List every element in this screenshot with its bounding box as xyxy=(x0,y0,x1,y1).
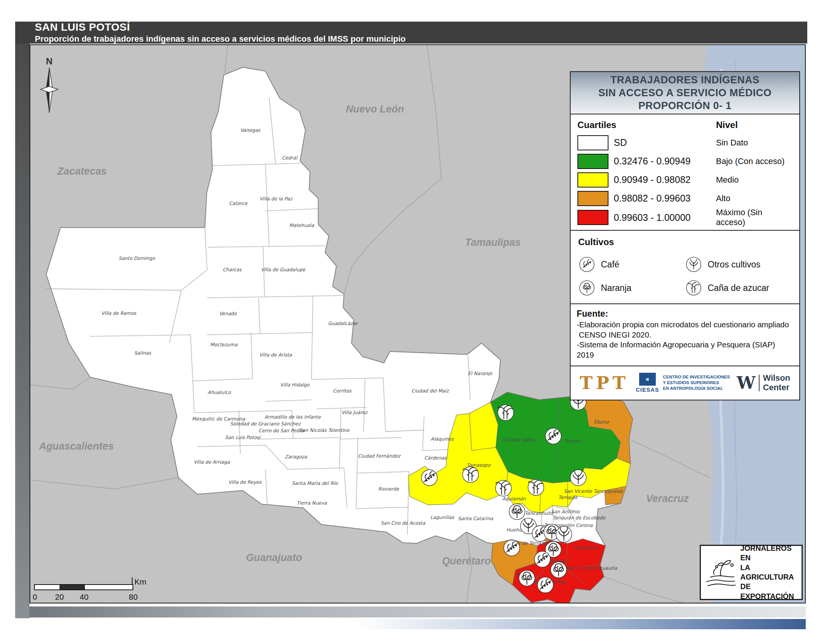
municipality-label: Santa Catarina xyxy=(458,515,493,521)
cultivo-cafe-label: Café xyxy=(601,259,619,270)
cultivo-cana-label: Caña de azucar xyxy=(708,283,769,293)
scale-segment xyxy=(60,585,84,589)
legend-level: Medio xyxy=(716,175,793,185)
municipality-label: Moctezuma xyxy=(210,342,237,348)
hidden-spacer xyxy=(614,120,716,130)
municipality-label: Ciudad Valles xyxy=(503,437,536,443)
jornaleros-line: LA AGRICULTURA xyxy=(740,563,799,582)
scale-bar-segments xyxy=(34,584,133,590)
bottom-blue-strip xyxy=(29,619,806,629)
ciesas-acronym: CIESAS xyxy=(636,386,659,393)
municipality-label: Villa de Arista xyxy=(259,352,292,357)
cultivo-cana: Caña de azucar xyxy=(685,279,792,296)
jornaleros-text: JORNALEROS EN LA AGRICULTURA DE EXPORTAC… xyxy=(740,544,799,601)
municipality-label: Tierra Nueva xyxy=(297,500,327,506)
legend-title-line3: PROPORCIÓN 0- 1 xyxy=(638,100,732,112)
municipality-label: Vanegas xyxy=(240,127,261,133)
cultivos-title: Cultivos xyxy=(578,237,792,247)
legend-swatch-sd xyxy=(577,135,608,150)
ciesas-name-line: Y ESTUDIOS SUPERIORES xyxy=(663,380,730,386)
legend-col-nivel: Nivel xyxy=(716,120,793,130)
municipality-label: San Vicente Tancuayalab xyxy=(564,488,623,494)
wilson-name-line: Wilson xyxy=(763,374,790,383)
municipality-label: Tampacán xyxy=(574,545,598,551)
state-label: Veracruz xyxy=(646,493,689,504)
legend-title: TRABAJADORES INDÍGENAS SIN ACCESO A SERV… xyxy=(570,71,800,114)
jornaleros-line: JORNALEROS EN xyxy=(740,544,799,563)
scale-tick: 20 xyxy=(55,592,64,602)
jornaleros-logo: JORNALEROS EN LA AGRICULTURA DE EXPORTAC… xyxy=(700,545,803,600)
tpt-logo: TPT xyxy=(580,373,629,393)
legend-columns: Cuartiles Nivel xyxy=(577,120,793,130)
state-label: Nuevo León xyxy=(346,103,404,115)
municipality-label: San Luis Potosí xyxy=(225,435,262,440)
wilson-center-logo: W Wilson Center xyxy=(737,374,790,392)
municipality-label: Tanlajás xyxy=(558,494,577,500)
municipality-label: Alaquines xyxy=(431,436,454,442)
crop-icon-cafe xyxy=(504,540,520,556)
municipality-label: Cerritos xyxy=(333,388,352,394)
ciesas-name: CENTRO DE INVESTIGACIONES Y ESTUDIOS SUP… xyxy=(663,374,730,391)
municipality-label: Santo Domingo xyxy=(119,255,156,261)
state-label: Tamaulipas xyxy=(465,237,521,248)
state-label: Zacatecas xyxy=(57,166,107,177)
ciesas-logo: ▦ CIESAS CENTRO DE INVESTIGACIONES Y EST… xyxy=(636,373,730,393)
crop-icon-cafe xyxy=(421,470,437,486)
left-frame-bar xyxy=(15,22,29,618)
municipality-label: Lagunillas xyxy=(430,514,454,520)
ciesas-logo-icon: ▦ xyxy=(639,373,656,386)
municipality-label: Villa de Arriaga xyxy=(194,459,230,465)
north-arrow-icon: N xyxy=(36,55,63,119)
legend-level: Alto xyxy=(716,193,793,203)
municipality-label: Matehuala xyxy=(289,222,314,228)
crop-icon-cana xyxy=(498,404,514,420)
municipality-label: Charcas xyxy=(223,267,242,272)
municipality-label: San Ciro de Acosta xyxy=(381,520,425,526)
legend-classes: Cuartiles Nivel SD Sin Dato 0.32476 - 0.… xyxy=(570,114,800,231)
municipality-label: Tanquián de Escobedo xyxy=(552,515,606,520)
legend-range: SD xyxy=(614,137,716,148)
scale-tick: 0 xyxy=(32,592,37,602)
legend-class-row-sd: SD Sin Dato xyxy=(577,134,793,152)
municipality-label: Villa de la Paz xyxy=(260,196,293,201)
legend-cultivos: Cultivos Café Naranja Otros cultivos xyxy=(570,230,800,304)
cultivo-naranja: Naranja xyxy=(578,279,685,296)
legend-title-line1: TRABAJADORES INDÍGENAS xyxy=(610,74,759,86)
jornaleros-line: DE EXPORTACIÓN xyxy=(740,582,799,601)
crop-icon-cafe xyxy=(545,428,561,444)
crop-icon-cana xyxy=(528,480,544,496)
logos-strip: TPT ▦ CIESAS CENTRO DE INVESTIGACIONES Y… xyxy=(570,365,800,401)
municipality-label: Villa de Reyes xyxy=(228,479,262,485)
state-label: Aguascalientes xyxy=(39,441,114,452)
municipality-label: Cedral xyxy=(282,155,298,161)
legend-fuente: Fuente: -Elaboración propia con microdat… xyxy=(570,303,800,366)
legend-class-row-medio: 0.90949 - 0.98082 Medio xyxy=(577,171,793,189)
municipality-label: Cárdenas xyxy=(424,455,447,460)
legend-range: 0.99603 - 1.00000 xyxy=(614,212,716,223)
legend-title-line2: SIN ACCESO A SERVICIO MÉDICO xyxy=(598,87,772,99)
cana-de-azucar-icon xyxy=(685,279,703,296)
wilson-name: Wilson Center xyxy=(763,374,790,392)
crop-icon-otros xyxy=(556,526,572,543)
municipality-label: Ciudad del Maíz xyxy=(411,388,449,394)
page-canvas: SAN LUIS POTOSÍ Proporción de trabajador… xyxy=(0,0,833,644)
municipality-label: Guadalcázar xyxy=(328,320,358,326)
crop-icon-cana xyxy=(463,467,479,483)
municipality-label: Cerro de San Pedro xyxy=(259,428,304,433)
cultivos-grid: Café Naranja Otros cultivos Caña de azuc… xyxy=(578,253,792,299)
cafe-icon xyxy=(578,256,596,273)
municipality-label: Rioverde xyxy=(378,486,399,492)
scale-segment xyxy=(84,585,132,589)
crop-icon-cafe xyxy=(537,577,553,593)
compass-north-label: N xyxy=(46,56,52,66)
municipality-label: San Nicolás Tolentino xyxy=(299,427,350,433)
state-label: Guanajuato xyxy=(246,552,302,564)
municipality-label: Ahualulco xyxy=(207,390,232,396)
crop-icon-naranja xyxy=(550,562,566,578)
bottom-gradient-strip xyxy=(29,607,806,617)
legend-swatch-medio xyxy=(577,172,608,188)
scale-unit: Km xyxy=(132,577,146,586)
municipality-label: Villa Hidalgo xyxy=(280,382,310,388)
municipality-label: Venado xyxy=(219,311,237,316)
municipality-label: Ciudad Fernández xyxy=(358,453,401,459)
